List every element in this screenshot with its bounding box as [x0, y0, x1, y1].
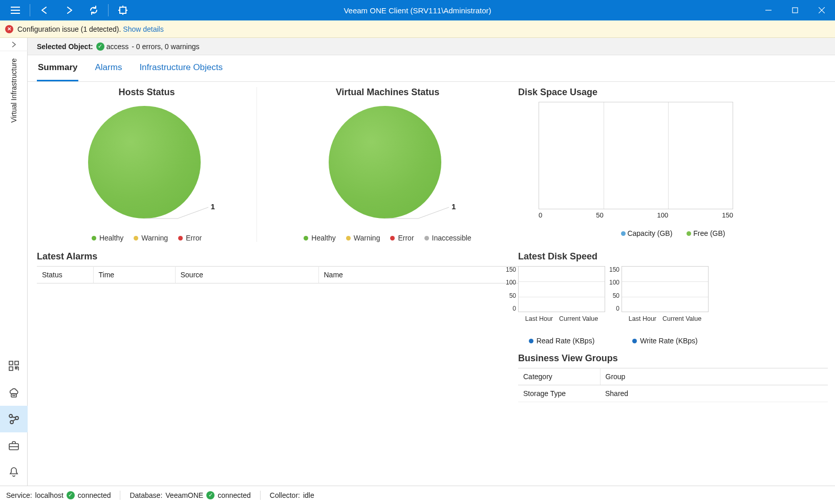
- sidebar-section-title: Virtual Infrastructure: [10, 51, 18, 130]
- sidebar-item-qr[interactable]: [0, 353, 28, 379]
- vms-status-count: 1: [452, 202, 456, 211]
- legend-label: Healthy: [99, 234, 123, 242]
- disk-usage-title: Disk Space Usage: [518, 87, 828, 98]
- axis-tick: 150: [722, 211, 733, 219]
- dot-free-icon: [687, 231, 691, 236]
- axis-tick: 100: [609, 279, 619, 286]
- disk-speed-title: Latest Disk Speed: [518, 251, 828, 262]
- svg-rect-3: [120, 7, 126, 13]
- statusbar: Service: localhost ✓ connected Database:…: [0, 486, 835, 504]
- db-label: Database:: [130, 491, 162, 499]
- service-status: connected: [78, 491, 111, 499]
- selected-object-name: access: [106, 42, 129, 51]
- axis-tick: 50: [613, 292, 619, 299]
- tab-summary[interactable]: Summary: [37, 56, 78, 81]
- error-icon: ✕: [5, 25, 13, 33]
- svg-rect-12: [9, 361, 13, 365]
- status-ok-icon: ✓: [96, 42, 104, 51]
- legend-label: Free (GB): [693, 229, 725, 237]
- titlebar: Veeam ONE Client (SRV111\Administrator): [0, 0, 835, 20]
- vms-status-card: Virtual Machines Status 1 Healthy Warnin…: [257, 87, 518, 242]
- service-value: localhost: [35, 491, 63, 499]
- selected-object-summary: - 0 errors, 0 warnings: [132, 42, 199, 51]
- legend-label: Error: [186, 234, 202, 242]
- nav-back-button[interactable]: [32, 0, 57, 20]
- refresh-button[interactable]: [81, 0, 106, 20]
- legend-label: Error: [398, 234, 414, 242]
- svg-rect-14: [9, 367, 13, 370]
- service-label: Service:: [6, 491, 32, 499]
- cell-group: Shared: [600, 385, 828, 402]
- latest-alarms-title: Latest Alarms: [37, 251, 518, 262]
- dot-write-icon: [632, 339, 637, 343]
- svg-line-24: [13, 419, 16, 421]
- dot-error-icon: [390, 236, 395, 240]
- sidebar-item-briefcase[interactable]: [0, 432, 28, 459]
- sidebar-item-cloud[interactable]: [0, 379, 28, 406]
- fullscreen-button[interactable]: [111, 0, 135, 20]
- db-status: connected: [218, 491, 251, 499]
- write-rate-chart: 150 100 50 0: [622, 266, 709, 345]
- config-issue-banner: ✕ Configuration issue (1 detected). Show…: [0, 20, 835, 38]
- axis-tick: 0: [512, 305, 516, 312]
- hosts-status-legend: Healthy Warning Error: [92, 234, 202, 242]
- window-maximize-button[interactable]: [782, 0, 808, 20]
- alarms-col-source[interactable]: Source: [175, 267, 318, 283]
- db-value: VeeamONE: [165, 491, 203, 499]
- selected-object-strip: Selected Object: ✓ access - 0 errors, 0 …: [28, 38, 835, 55]
- alarms-col-name[interactable]: Name: [318, 267, 518, 283]
- collector-value: idle: [303, 491, 314, 499]
- legend-label: Write Rate (KBps): [640, 337, 698, 345]
- sidebar-item-bell[interactable]: [0, 459, 28, 486]
- sidebar-nav: [0, 353, 28, 486]
- biz-col-category[interactable]: Category: [518, 368, 600, 385]
- alarms-col-status[interactable]: Status: [37, 267, 93, 283]
- sidebar-item-infrastructure[interactable]: [0, 406, 28, 432]
- axis-tick: 0: [616, 305, 619, 312]
- legend-label: Warning: [141, 234, 168, 242]
- axis-tick: 100: [657, 211, 669, 219]
- axis-tick: 150: [506, 266, 516, 273]
- window-close-button[interactable]: [808, 0, 835, 20]
- status-ok-icon: ✓: [67, 491, 75, 499]
- dot-read-icon: [529, 339, 533, 343]
- right-column-lower: Latest Disk Speed 150 100 50 0: [518, 251, 828, 402]
- nav-forward-button[interactable]: [57, 0, 81, 20]
- collector-label: Collector:: [270, 491, 300, 499]
- dot-error-icon: [178, 236, 183, 240]
- separator: [260, 491, 261, 500]
- tabs: Summary Alarms Infrastructure Objects: [28, 55, 835, 82]
- banner-text: Configuration issue (1 detected).: [17, 25, 121, 33]
- latest-alarms-table: Status Time Source Name: [37, 266, 518, 283]
- disk-speed-charts: 150 100 50 0: [518, 266, 828, 345]
- legend-label: Capacity (GB): [627, 229, 672, 237]
- dot-inaccessible-icon: [424, 236, 429, 240]
- disk-usage-legend: Capacity (GB) Free (GB): [518, 229, 828, 237]
- axis-tick: 50: [509, 292, 516, 299]
- tab-alarms[interactable]: Alarms: [94, 56, 123, 81]
- dot-capacity-icon: [621, 231, 626, 236]
- content-scroller[interactable]: Hosts Status 1 Healthy Warning Error Vir…: [28, 82, 835, 486]
- axis-label: Last Hour: [525, 315, 553, 322]
- hamburger-menu[interactable]: [3, 0, 28, 20]
- alarms-col-time[interactable]: Time: [93, 267, 175, 283]
- tab-infra-obj[interactable]: Infrastructure Objects: [138, 56, 224, 81]
- biz-col-group[interactable]: Group: [600, 368, 828, 385]
- table-row[interactable]: Storage Type Shared: [518, 385, 828, 402]
- hosts-status-count: 1: [211, 202, 215, 211]
- svg-rect-9: [793, 8, 798, 13]
- axis-label: Last Hour: [629, 315, 656, 322]
- banner-details-link[interactable]: Show details: [123, 25, 163, 33]
- legend-label: Inaccessible: [432, 234, 472, 242]
- cell-category: Storage Type: [518, 385, 600, 402]
- selected-label: Selected Object:: [37, 42, 93, 51]
- window-minimize-button[interactable]: [755, 0, 782, 20]
- legend-label: Healthy: [311, 234, 335, 242]
- sidebar-expand-toggle[interactable]: [0, 38, 28, 51]
- hosts-status-card: Hosts Status 1 Healthy Warning Error: [37, 87, 257, 242]
- svg-rect-13: [15, 361, 18, 365]
- status-ok-icon: ✓: [206, 491, 215, 499]
- axis-tick: 0: [539, 211, 542, 219]
- biz-view-table: Category Group Storage Type Shared: [518, 368, 828, 402]
- latest-alarms-card: Latest Alarms Status Time Source Name: [37, 251, 518, 307]
